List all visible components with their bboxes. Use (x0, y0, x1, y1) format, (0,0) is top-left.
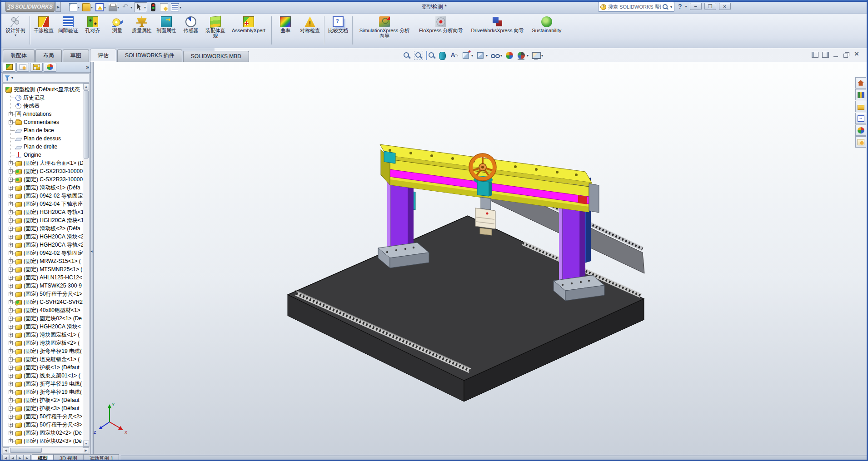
expand-toggle[interactable] (9, 259, 13, 263)
tree-item[interactable]: (固定) 固定块02<2> (De (3, 429, 89, 437)
expand-toggle[interactable] (9, 235, 13, 239)
expand-toggle[interactable] (9, 390, 13, 394)
tree-item[interactable]: (固定) C-SX2R33-10000 (3, 175, 89, 183)
expand-toggle[interactable] (9, 415, 13, 419)
minimize-button[interactable]: – (690, 3, 702, 10)
tree-item[interactable]: Commentaires (3, 118, 89, 126)
expand-toggle[interactable] (9, 161, 13, 165)
expand-toggle[interactable] (9, 423, 13, 427)
ribbon-button[interactable]: 对称检查 ▾ (298, 15, 322, 33)
headsup-button[interactable]: ▾ (402, 51, 411, 60)
task-pane-button[interactable] (855, 89, 866, 100)
tree-item[interactable]: (固定) 护板<1> (Défaut (3, 363, 89, 372)
tree-item[interactable]: (固定) HGH20CA 导轨<1 (3, 208, 89, 216)
prev-tab-button[interactable]: ◀ (9, 455, 16, 461)
last-tab-button[interactable]: ▶ (24, 455, 31, 461)
headsup-button[interactable]: ▾ (461, 51, 473, 60)
tree-item[interactable]: (固定) HGH20CA 滑块<2 (3, 233, 89, 241)
ribbon-button[interactable]: DriveWorksXpress 向导 ▾ (468, 15, 528, 33)
ribbon-button[interactable]: 剖面属性 ▾ (155, 15, 178, 33)
tree-item[interactable]: Plan de face (3, 126, 89, 134)
tree-item[interactable]: (固定) MTSWK25-300-9 (3, 282, 89, 290)
expand-toggle[interactable] (9, 325, 13, 329)
tree-item[interactable]: (固定) 折弯半径19 电缆( (3, 380, 89, 388)
headsup-button[interactable]: ▾ (531, 51, 543, 60)
scrollbar-thumb[interactable] (10, 448, 42, 453)
headsup-button[interactable]: ▾ (414, 51, 423, 60)
tree-item[interactable]: (固定) 折弯半径19 电缆( (3, 388, 89, 396)
expand-toggle[interactable] (9, 194, 13, 198)
scroll-left-arrow[interactable]: ◀ (3, 447, 9, 453)
expand-toggle[interactable] (9, 333, 13, 337)
panel-tab[interactable] (16, 63, 29, 72)
task-pane-button[interactable] (855, 77, 866, 89)
headsup-button[interactable]: ▾ (449, 51, 459, 60)
tree-root-item[interactable]: 变型检测 (Défaut<显示状态 (3, 85, 89, 94)
expand-toggle[interactable] (9, 349, 13, 353)
ribbon-button[interactable]: 测量 ▾ (105, 15, 129, 33)
expand-toggle[interactable] (9, 357, 13, 362)
tree-item[interactable]: (固定) MTSMNR25<1> ( (3, 265, 89, 273)
expand-toggle[interactable] (9, 276, 13, 280)
ribbon-button[interactable]: AssemblyXpert ▾ (228, 15, 269, 33)
task-pane-button[interactable] (855, 124, 866, 136)
command-tab[interactable]: 草图 (63, 50, 89, 62)
headsup-button[interactable]: ▾ (505, 51, 514, 60)
doc-window-button[interactable] (812, 52, 818, 58)
tree-item[interactable]: (固定) 50行程千分尺<3> (3, 421, 89, 429)
first-tab-button[interactable]: ◀ (2, 455, 9, 461)
tree-item[interactable]: (固定) 护板<2> (Défaut (3, 396, 89, 404)
tree-item[interactable]: (固定) 固定块02<3> (De (3, 437, 89, 445)
search-input[interactable]: 搜索 SOLIDWORKS 帮助 (608, 4, 661, 10)
graphics-viewport[interactable] (94, 62, 867, 454)
command-tab[interactable]: 评估 (90, 49, 116, 62)
tree-item[interactable]: (固定) 线束支架01<1> ( (3, 372, 89, 380)
expand-toggle[interactable] (9, 292, 13, 296)
headsup-button[interactable]: ▾ (490, 51, 502, 60)
headsup-button[interactable]: ▾ (438, 51, 447, 60)
panel-splitter[interactable]: ◂ (91, 62, 94, 454)
tree-item[interactable]: 传感器 (3, 102, 89, 110)
tree-item[interactable]: (固定) 折弯半径19 电缆( (3, 347, 89, 355)
tree-item[interactable]: (固定) 50行程千分尺<1> (3, 290, 89, 298)
tree-item[interactable]: (固定) 滑动板<2> (Défa (3, 224, 89, 233)
bottom-tab[interactable]: 运动算例 1 (83, 454, 119, 461)
dropdown-caret-icon[interactable]: ▾ (486, 54, 488, 58)
tree-item[interactable]: (固定) 40x80铝型材<1> (3, 306, 89, 314)
tree-item[interactable]: (固定) 滑块固定板<2> ( (3, 339, 89, 347)
expand-toggle[interactable] (9, 374, 13, 378)
tree-item[interactable]: (固定) 坦克链钣金<1> ( (3, 355, 89, 363)
expand-toggle[interactable] (9, 268, 13, 272)
command-tab[interactable]: 布局 (35, 50, 62, 62)
expand-toggle[interactable] (9, 243, 13, 247)
tree-item[interactable]: (固定) 0942-02 导轨固定 (3, 192, 89, 200)
expand-toggle[interactable] (9, 398, 13, 402)
tree-item[interactable]: (固定) C-SVR24C-SVR2 (3, 298, 89, 306)
tree-item[interactable]: Plan de droite (3, 143, 89, 151)
tree-item[interactable]: Origine (3, 151, 89, 159)
command-tab[interactable]: SOLIDWORKS MBD (183, 51, 249, 62)
dropdown-caret-icon[interactable]: ▾ (527, 54, 529, 58)
tree-item[interactable]: (固定) 大理石台面<1> (D (3, 159, 89, 167)
tree-item[interactable]: (固定) AHLN125-HC12< (3, 273, 89, 282)
ribbon-button[interactable]: FloXpress 分析向导 ▾ (415, 15, 467, 33)
command-tab[interactable]: SOLIDWORKS 插件 (117, 50, 182, 62)
tree-item[interactable]: (固定) HGH20CA 滑块< (3, 322, 89, 331)
task-pane-button[interactable] (855, 113, 866, 124)
ribbon-button[interactable]: Sustainability ▾ (529, 15, 565, 33)
expand-toggle[interactable] (9, 308, 13, 312)
dropdown-caret-icon[interactable]: ▾ (500, 54, 502, 58)
headsup-button[interactable]: ▾ (426, 51, 435, 60)
ribbon-button[interactable]: 孔对齐 ▾ (81, 15, 105, 33)
ribbon-button[interactable]: 装配体直观 ▾ (204, 15, 227, 39)
tree-item[interactable]: (固定) 滑块固定板<1> ( (3, 331, 89, 339)
ribbon-button[interactable]: 比较文档 ▾ (326, 15, 350, 33)
tree-item[interactable]: Annotations (3, 110, 89, 118)
expand-toggle[interactable] (9, 406, 13, 411)
scrollbar-thumb[interactable] (84, 90, 89, 159)
ribbon-button[interactable]: 间隙验证 ▾ (56, 15, 80, 33)
doc-window-button[interactable] (822, 52, 829, 58)
ribbon-button[interactable]: 设计算例 ▾ (4, 15, 27, 37)
search-box[interactable]: ? 搜索 SOLIDWORKS 帮助 ▾ (598, 2, 674, 12)
expand-toggle[interactable] (9, 366, 13, 370)
